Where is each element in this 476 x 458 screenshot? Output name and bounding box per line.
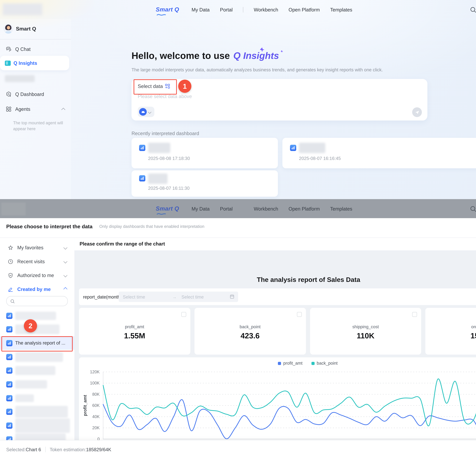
dashboard-icon	[5, 90, 12, 98]
list-item-selected[interactable]: The analysis report of ...	[0, 336, 75, 350]
top-nav-icons	[469, 0, 476, 19]
group-created-by-me[interactable]: Created by me	[0, 282, 75, 296]
group-recent-visits[interactable]: Recent visits	[0, 255, 75, 268]
grid-plus-icon	[165, 84, 170, 89]
svg-text:20K: 20K	[92, 425, 100, 430]
svg-text:120K: 120K	[90, 370, 100, 374]
nav-link-portal[interactable]: Portal	[220, 7, 233, 12]
model-selector[interactable]	[138, 107, 154, 117]
group-label: Authorized to me	[17, 273, 54, 278]
recent-dashboard-card[interactable]: 2025-08-08 17:18:30	[131, 138, 278, 168]
chart-file-icon	[6, 409, 12, 415]
nav-divider	[243, 7, 243, 12]
recent-dashboard-card[interactable]: 2025-08-07 16:11:30	[131, 170, 278, 197]
legend-swatch	[312, 362, 315, 365]
modal-dim-overlay	[0, 199, 476, 218]
svg-text:80K: 80K	[92, 392, 100, 397]
sidebar-item-q-chat[interactable]: Q Chat	[0, 43, 71, 55]
legend-label: profit_amt	[283, 361, 302, 366]
date-range-input[interactable]: Select time → Select time	[119, 292, 238, 302]
group-authorized-to-me[interactable]: Authorized to me	[0, 268, 75, 282]
kpi-card-order_amt: order_amt15.2M	[425, 308, 476, 355]
dashboard-name-redacted	[299, 143, 325, 153]
list-item-redacted	[15, 311, 56, 320]
group-my-favorites[interactable]: My favorites	[0, 241, 75, 254]
chart-legend: profit_amtback_point	[79, 361, 476, 366]
star-icon	[7, 244, 14, 251]
screenshot-stage: Smart QMy DataPortalWorkbenchOpen Platfo…	[0, 0, 476, 458]
hero-subtitle: The large model interprets your data, au…	[131, 67, 429, 72]
dashboard-timestamp: 2025-08-07 16:16:45	[299, 156, 341, 161]
list-item-redacted	[15, 406, 68, 418]
search-box[interactable]	[6, 296, 68, 306]
sidebar-item-q-insights-active[interactable]: Q Insights	[0, 56, 69, 70]
recent-dashboard-card[interactable]: 2025-08-07 16:16:45	[282, 138, 476, 168]
group-label: My favorites	[17, 245, 43, 250]
kpi-label: order_amt	[425, 324, 476, 329]
nav-link-workbench[interactable]: Workbench	[254, 7, 278, 12]
legend-label: back_point	[317, 361, 338, 366]
search-icon[interactable]	[469, 6, 476, 13]
chevron-down-icon	[63, 273, 67, 277]
kpi-value: 15.2M	[425, 331, 476, 340]
nav-link-open-platform[interactable]: Open Platform	[289, 7, 320, 12]
sidebar-item-q-dashboard[interactable]: Q Dashboard	[0, 88, 71, 100]
chevron-down-icon	[63, 246, 67, 250]
list-item-redacted	[15, 418, 70, 433]
legend-item-profit_amt[interactable]: profit_amt	[278, 361, 303, 366]
footer-status: Selected:Chart 6 Token estimation:185829…	[6, 441, 111, 458]
assistant-avatar	[3, 24, 13, 34]
model-whale-icon	[139, 108, 147, 116]
modal-title: Please choose to interpret the data	[6, 223, 93, 229]
confirm-strip: Please confirm the range of the chart Se…	[75, 238, 476, 250]
sidebar-divider	[0, 39, 71, 40]
kpi-label: shipping_cost	[310, 324, 421, 329]
modal-sidebar: My favoritesRecent visitsAuthorized to m…	[0, 238, 75, 458]
list-item[interactable]	[0, 419, 75, 432]
kpi-value: 423.6	[194, 331, 306, 340]
list-item[interactable]	[0, 350, 75, 364]
kpi-checkbox[interactable]	[181, 312, 186, 317]
kpi-label: back_point	[194, 324, 306, 329]
list-item[interactable]	[0, 378, 75, 391]
nav1-logo[interactable]: Smart Q	[156, 6, 179, 13]
chevron-down-icon	[148, 110, 151, 113]
dimmed-nav: Smart QMy DataPortalWorkbenchOpen Platfo…	[0, 199, 476, 218]
chevron-up-icon	[63, 287, 67, 291]
sidebar-item-agents[interactable]: Agents	[0, 103, 71, 115]
chart-file-icon	[290, 145, 296, 151]
list-item[interactable]	[0, 309, 75, 322]
kpi-card-back_point: back_point423.6	[194, 308, 306, 355]
send-button[interactable]	[412, 107, 422, 117]
chevron-up-icon[interactable]	[61, 108, 65, 112]
annotation-badge-2: 2	[24, 319, 37, 332]
composer-card: Select data Please select data above	[131, 79, 427, 121]
search-input[interactable]	[17, 298, 63, 304]
sidebar-brand: Smart Q	[16, 26, 36, 32]
arrow-right-icon: →	[172, 294, 177, 299]
pen-icon	[7, 285, 14, 293]
list-item-label: The analysis report of ...	[15, 341, 65, 346]
svg-text:40K: 40K	[92, 414, 100, 419]
nav-link-my-data[interactable]: My Data	[192, 7, 210, 12]
svg-text:100K: 100K	[90, 381, 100, 385]
nav-link-templates[interactable]: Templates	[330, 7, 352, 12]
list-item[interactable]	[0, 364, 75, 377]
kpi-value: 110K	[310, 331, 421, 340]
list-item[interactable]	[0, 391, 75, 405]
chart-file-icon	[139, 175, 145, 181]
agents-hint: The top mounted agent will appear here	[13, 120, 66, 132]
kpi-checkbox[interactable]	[412, 312, 417, 317]
filter-card: report_date(month) Select time → Select …	[79, 288, 476, 305]
legend-item-back_point[interactable]: back_point	[312, 361, 338, 366]
shield-icon	[7, 271, 14, 279]
list-item-redacted	[15, 325, 60, 334]
composer-placeholder: Please select data above	[138, 94, 192, 99]
svg-text:profit_amt: profit_amt	[83, 395, 87, 416]
list-item[interactable]	[0, 323, 75, 336]
svg-text:60K: 60K	[92, 403, 100, 408]
kpi-checkbox[interactable]	[297, 312, 302, 317]
nav1-logo-text: Smart Q	[156, 6, 179, 13]
list-item[interactable]	[0, 405, 75, 419]
select-data-button[interactable]: Select data	[138, 83, 170, 89]
